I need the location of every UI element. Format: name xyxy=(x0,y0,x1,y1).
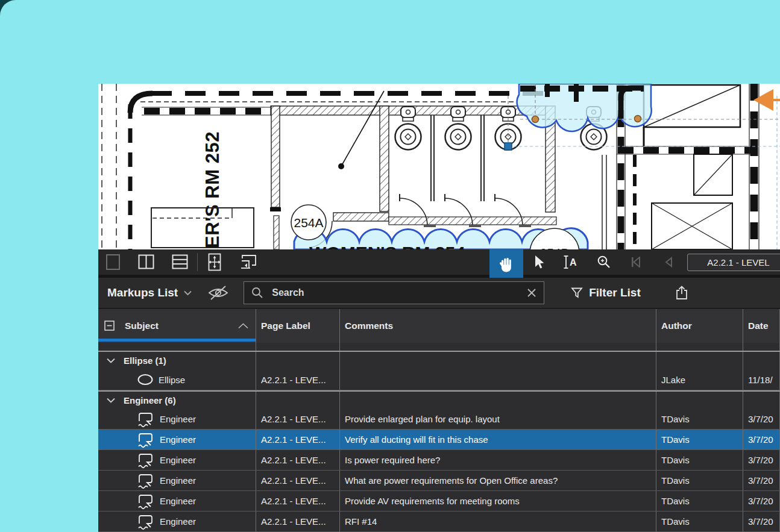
pan-hand-tool[interactable] xyxy=(489,249,523,278)
search-input[interactable]: Search xyxy=(244,281,544,304)
viewer-toolbar: A A2.2.1 - LEVEL xyxy=(98,249,780,278)
hide-markups-eye-slash-icon[interactable] xyxy=(207,284,229,301)
select-tool[interactable] xyxy=(534,249,545,275)
partial-scrolled-row xyxy=(98,343,780,352)
column-header-subject[interactable]: Subject xyxy=(98,309,256,343)
ellipse-icon xyxy=(137,374,154,386)
cloud-callout-icon xyxy=(137,472,155,489)
room-252-label: IER'S RM 252 xyxy=(202,131,223,249)
single-pane-icon[interactable] xyxy=(105,249,121,275)
markup-row-engineer-5[interactable]: Engineer A2.2.1 - LEVE... Provide AV req… xyxy=(98,491,780,512)
markup-row-engineer-6[interactable]: Engineer A2.2.1 - LEVE... RFI #14 TDavis… xyxy=(98,512,780,532)
search-icon xyxy=(251,287,263,299)
markups-list-title[interactable]: Markups List xyxy=(107,286,178,299)
fit-width-icon[interactable] xyxy=(240,249,258,275)
column-header-date[interactable]: Date xyxy=(743,309,780,343)
collapse-all-icon[interactable] xyxy=(104,321,115,331)
chevron-down-icon[interactable] xyxy=(184,290,192,296)
grip-handle-orange-1[interactable] xyxy=(532,116,539,123)
clear-search-icon[interactable] xyxy=(527,288,536,298)
cloud-callout-icon xyxy=(137,411,155,428)
cursor-arrow-icon xyxy=(534,255,545,269)
grip-handle-orange-2[interactable] xyxy=(635,116,641,122)
export-share-icon[interactable] xyxy=(675,285,689,301)
split-vertical-icon[interactable] xyxy=(138,249,155,275)
funnel-icon xyxy=(571,287,583,298)
screenshot-stage: IER'S RM 252 xyxy=(0,0,780,532)
cloud-callout-icon xyxy=(137,452,155,469)
text-select-icon: A xyxy=(562,254,580,270)
group-label: Engineer (6) xyxy=(124,395,176,405)
cloud-callout-icon xyxy=(137,431,155,448)
search-placeholder: Search xyxy=(272,287,527,298)
cloud-callout-icon xyxy=(137,493,155,510)
chevron-down-icon[interactable] xyxy=(107,398,115,403)
nav-first-page-button[interactable] xyxy=(631,249,641,275)
room-label-under-cloud: WOMEN'S RM 254 xyxy=(309,243,465,249)
revu-app-window: IER'S RM 252 xyxy=(98,84,780,532)
group-row-engineer[interactable]: Engineer (6) xyxy=(98,390,780,409)
markup-row-ellipse[interactable]: Ellipse A2.2.1 - LEVE... JLake 11/18/ xyxy=(98,369,780,390)
nav-previous-page-button[interactable] xyxy=(664,249,673,275)
magnifier-plus-icon xyxy=(597,255,611,269)
plan-viewport[interactable]: IER'S RM 252 xyxy=(98,84,780,249)
cloud-callout-icon xyxy=(137,513,155,530)
toolbar-divider xyxy=(197,253,198,271)
grip-handle-blue[interactable] xyxy=(505,143,512,150)
svg-text:A: A xyxy=(570,257,577,268)
door-tag-254A: 254A xyxy=(291,205,326,240)
markups-list-bar: Markups List Search Filter List xyxy=(98,278,780,309)
filter-list-label: Filter List xyxy=(589,286,641,299)
group-row-ellipse[interactable]: Ellipse (1) xyxy=(98,352,780,369)
column-header-comments[interactable]: Comments xyxy=(340,309,656,343)
page-navigation-box[interactable]: A2.2.1 - LEVEL xyxy=(687,254,780,271)
first-page-icon xyxy=(631,257,641,268)
current-page-label: A2.2.1 - LEVEL xyxy=(707,257,769,268)
fit-page-icon[interactable] xyxy=(206,249,223,275)
floor-plan-drawing: IER'S RM 252 xyxy=(98,84,780,249)
subject-header-label: Subject xyxy=(125,321,159,331)
markup-row-engineer-1[interactable]: Engineer A2.2.1 - LEVE... Provide enlarg… xyxy=(98,409,780,430)
group-label: Ellipse (1) xyxy=(124,355,166,366)
split-horizontal-icon[interactable] xyxy=(172,249,189,275)
select-text-tool[interactable]: A xyxy=(562,249,580,275)
hand-icon xyxy=(499,255,514,272)
chevron-down-icon[interactable] xyxy=(107,358,115,363)
sorted-column-underline xyxy=(98,339,256,342)
sort-ascending-icon[interactable] xyxy=(238,323,248,329)
column-header-author[interactable]: Author xyxy=(656,309,743,343)
svg-text:254A: 254A xyxy=(294,216,323,230)
filter-list-button[interactable]: Filter List xyxy=(571,286,641,299)
markup-row-engineer-3[interactable]: Engineer A2.2.1 - LEVE... Is power requi… xyxy=(98,450,780,471)
markups-table-header: Subject Page Label Comments Author Date xyxy=(98,309,780,343)
zoom-tool[interactable] xyxy=(597,249,611,275)
markup-row-engineer-2-selected[interactable]: Engineer A2.2.1 - LEVE... Verify all duc… xyxy=(98,430,780,450)
column-header-page-label[interactable]: Page Label xyxy=(256,309,340,343)
previous-page-icon xyxy=(664,257,673,268)
markup-row-engineer-4[interactable]: Engineer A2.2.1 - LEVE... What are power… xyxy=(98,471,780,491)
